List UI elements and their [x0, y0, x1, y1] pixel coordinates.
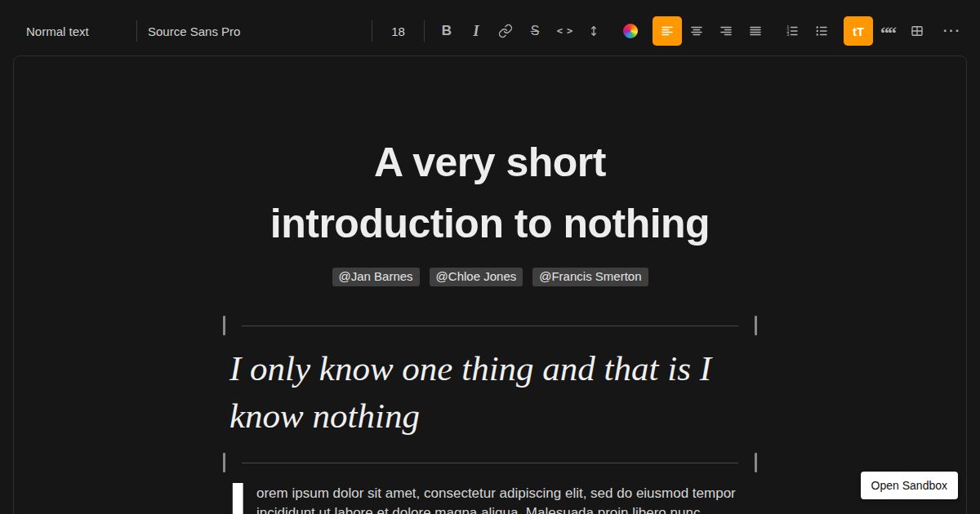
bold-icon: B	[442, 23, 452, 39]
align-right-button[interactable]	[711, 16, 741, 46]
text-height-button[interactable]	[579, 16, 608, 46]
title-line-2: introduction to nothing	[270, 201, 710, 246]
italic-icon: I	[473, 23, 479, 40]
document-body: A very short introduction to nothing @Ja…	[223, 56, 757, 514]
align-center-button[interactable]	[682, 16, 711, 46]
paragraph-line-1: orem ipsum dolor sit amet, consectetur a…	[256, 484, 736, 503]
body-paragraph[interactable]: L orem ipsum dolor sit amet, consectetur…	[223, 482, 757, 514]
code-button[interactable]: < >	[550, 16, 579, 46]
rule-handle-right	[755, 453, 757, 472]
editor-canvas[interactable]: A very short introduction to nothing @Ja…	[13, 55, 967, 514]
text-height-icon	[586, 24, 601, 38]
color-palette-icon	[623, 24, 638, 38]
quote-top-rule	[223, 316, 757, 335]
pull-quote[interactable]: I only know one thing and that is I know…	[223, 345, 757, 440]
open-sandbox-button[interactable]: Open Sandbox	[861, 472, 958, 499]
mentions-row: @Jan Barnes @Chloe Jones @Francis Smerto…	[223, 268, 757, 286]
block-quote-button[interactable]: ““	[873, 16, 902, 46]
title-line-1: A very short	[374, 140, 606, 185]
table-icon	[910, 24, 924, 38]
align-center-icon	[689, 24, 704, 38]
block-type-label: Normal text	[26, 24, 89, 38]
code-icon: < >	[557, 25, 572, 37]
toolbar: Normal text Source Sans Pro 18 B I S < >…	[26, 16, 966, 46]
quote-line-1: I only know one thing and that is I	[229, 349, 711, 388]
toolbar-divider	[424, 20, 425, 42]
italic-button[interactable]: I	[461, 16, 491, 46]
unordered-list-icon	[814, 24, 829, 38]
rule-line	[242, 463, 738, 463]
font-size-toggle-icon: tT	[853, 24, 864, 38]
strikethrough-icon: S	[531, 24, 540, 38]
ordered-list-icon: 123	[785, 24, 800, 38]
bold-button[interactable]: B	[432, 16, 461, 46]
block-type-select[interactable]: Normal text	[26, 16, 136, 46]
font-size-select[interactable]: 18	[372, 16, 424, 46]
font-size-value: 18	[391, 24, 405, 38]
paragraph-text: orem ipsum dolor sit amet, consectetur a…	[256, 482, 736, 514]
paragraph-line-2: incididunt ut labore et dolore magna ali…	[256, 503, 736, 514]
mention-chip-chloe-jones[interactable]: @Chloe Jones	[430, 268, 523, 286]
align-left-button[interactable]	[653, 16, 682, 46]
quote-icon: ““	[880, 25, 895, 37]
drop-cap: L	[228, 482, 256, 514]
mention-chip-francis-smerton[interactable]: @Francis Smerton	[532, 268, 648, 286]
font-family-select[interactable]: Source Sans Pro	[137, 16, 372, 46]
insert-table-button[interactable]	[902, 16, 932, 46]
rule-handle-right	[755, 316, 757, 335]
strikethrough-button[interactable]: S	[520, 16, 550, 46]
align-justify-icon	[748, 24, 763, 38]
align-justify-button[interactable]	[741, 16, 770, 46]
quote-line-2: know nothing	[229, 397, 420, 435]
align-right-icon	[719, 24, 733, 38]
svg-text:3: 3	[786, 32, 789, 37]
mention-chip-jan-barnes[interactable]: @Jan Barnes	[332, 268, 420, 286]
link-button[interactable]	[491, 16, 520, 46]
rule-handle-left	[223, 453, 225, 472]
rule-line	[242, 326, 738, 326]
font-family-label: Source Sans Pro	[148, 24, 240, 38]
link-icon	[498, 24, 513, 38]
document-title[interactable]: A very short introduction to nothing	[223, 132, 757, 255]
unordered-list-button[interactable]	[807, 16, 836, 46]
rule-handle-left	[223, 316, 225, 335]
more-options-icon: ···	[942, 24, 961, 38]
ordered-list-button[interactable]: 123	[777, 16, 807, 46]
more-options-button[interactable]: ···	[937, 16, 966, 46]
color-palette-button[interactable]	[616, 16, 645, 46]
align-left-icon	[660, 24, 675, 38]
font-size-toggle-button[interactable]: tT	[844, 16, 873, 46]
quote-bottom-rule	[223, 453, 757, 472]
